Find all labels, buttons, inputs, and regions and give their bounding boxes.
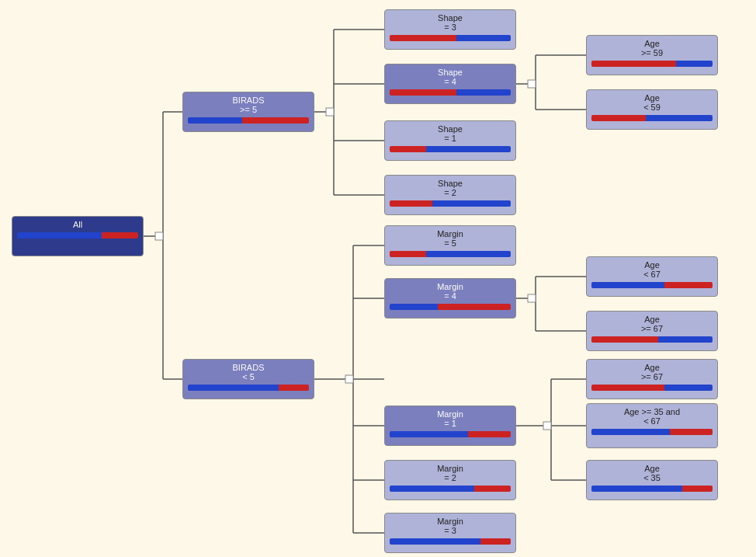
tree-container: All BIRADS>= 5 BIRADS< 5 Shape= 3 Shape=…	[0, 0, 756, 557]
node-age-lt59-label: Age< 59	[591, 93, 713, 112]
svg-rect-36	[543, 422, 551, 430]
node-birads-lt5-bar	[188, 385, 309, 391]
node-shape3: Shape= 3	[384, 9, 516, 50]
svg-rect-34	[528, 80, 536, 88]
node-birads-gte5-label: BIRADS>= 5	[188, 96, 309, 114]
svg-rect-35	[528, 294, 536, 302]
node-age-35-67-label: Age >= 35 and< 67	[591, 407, 713, 426]
node-margin2-label: Margin= 2	[390, 464, 511, 482]
node-age-gte59-label: Age>= 59	[591, 39, 713, 57]
svg-rect-33	[345, 375, 353, 383]
node-age-gte67-margin4-label: Age>= 67	[591, 315, 713, 333]
node-margin1: Margin= 1	[384, 406, 516, 446]
node-birads-gte5-bar	[188, 117, 309, 124]
node-age-35-67: Age >= 35 and< 67	[586, 403, 718, 448]
node-margin5-label: Margin= 5	[390, 229, 511, 248]
node-shape2-label: Shape= 2	[390, 179, 511, 197]
node-age-lt35: Age< 35	[586, 460, 718, 500]
bar-blue	[17, 232, 102, 238]
svg-rect-32	[326, 108, 334, 116]
node-birads-lt5-label: BIRADS< 5	[188, 363, 309, 381]
node-shape4-label: Shape= 4	[390, 68, 511, 86]
node-margin1-label: Margin= 1	[390, 409, 511, 428]
node-margin3-label: Margin= 3	[390, 517, 511, 535]
node-age-lt35-label: Age< 35	[591, 464, 713, 482]
node-age-lt59: Age< 59	[586, 89, 718, 130]
node-margin4: Margin= 4	[384, 278, 516, 319]
node-all: All	[12, 216, 144, 256]
node-age-gte67-margin1-label: Age>= 67	[591, 363, 713, 381]
node-age-gte59: Age>= 59	[586, 35, 718, 75]
node-shape4: Shape= 4	[384, 64, 516, 104]
node-shape3-label: Shape= 3	[390, 13, 511, 32]
node-shape1-label: Shape= 1	[390, 124, 511, 143]
node-age-gte67-margin4: Age>= 67	[586, 311, 718, 351]
node-margin2: Margin= 2	[384, 460, 516, 500]
node-shape2: Shape= 2	[384, 175, 516, 215]
node-all-bar	[17, 232, 138, 238]
svg-rect-31	[155, 232, 163, 240]
node-age-lt67: Age< 67	[586, 256, 718, 297]
node-age-lt67-label: Age< 67	[591, 260, 713, 279]
node-margin5: Margin= 5	[384, 225, 516, 266]
node-birads-gte5: BIRADS>= 5	[182, 92, 314, 132]
node-margin3: Margin= 3	[384, 513, 516, 553]
node-shape1: Shape= 1	[384, 120, 516, 161]
node-age-gte67-margin1: Age>= 67	[586, 359, 718, 399]
node-birads-lt5: BIRADS< 5	[182, 359, 314, 399]
bar-red	[102, 232, 138, 238]
node-all-label: All	[17, 220, 138, 229]
node-margin4-label: Margin= 4	[390, 282, 511, 301]
